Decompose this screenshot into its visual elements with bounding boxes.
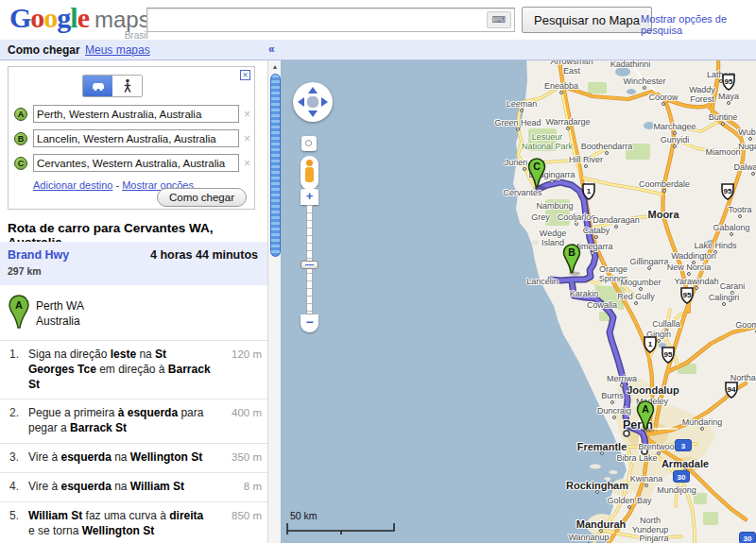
collapse-sidebar-icon[interactable]: «	[268, 42, 275, 56]
town-dot	[614, 225, 618, 229]
reset-view-button[interactable]	[301, 136, 317, 151]
search-options-link[interactable]: Mostrar opções de pesquisa	[641, 13, 756, 36]
map-canvas[interactable]: Arrowsmith EastKadathinniWinchesterEneab…	[281, 60, 756, 543]
close-icon[interactable]: ×	[240, 70, 250, 80]
map-label: Kadathinni	[610, 60, 651, 69]
logo-maps: maps	[94, 7, 150, 32]
origin-line1: Perth WA	[36, 298, 84, 314]
waypoint-badge-a: A	[14, 108, 27, 121]
tab-directions[interactable]: Como chegar	[8, 43, 80, 57]
pan-right-icon[interactable]	[321, 97, 328, 107]
search-map-button[interactable]: Pesquisar no Mapa	[522, 7, 652, 33]
map-marker-a[interactable]: A	[635, 400, 656, 436]
svg-text:3: 3	[681, 442, 686, 450]
remove-waypoint-icon[interactable]: ×	[244, 108, 250, 121]
map-label: Rockingham	[566, 480, 628, 492]
map-label: Cowalla	[587, 300, 617, 310]
town-dot	[751, 172, 755, 176]
map-marker-b[interactable]: B	[561, 244, 582, 280]
keyboard-icon[interactable]: ⌨	[487, 11, 511, 28]
map-label: Gabalong	[713, 223, 749, 232]
waypoint-row-a: A×	[14, 105, 250, 129]
street-view-pegman[interactable]	[301, 156, 318, 190]
route-via-link[interactable]: Brand Hwy	[8, 248, 69, 262]
map-label: Mundijong	[657, 485, 696, 495]
map-label: Nambung	[536, 201, 573, 211]
scale-bracket	[286, 522, 404, 535]
map-label: Kwinana	[630, 474, 663, 484]
step-distance: 850 m	[216, 509, 262, 539]
town-dot	[605, 151, 609, 155]
google-maps-logo: Googlemaps Brasil	[9, 2, 150, 34]
town-dot	[610, 400, 614, 404]
svg-text:30: 30	[678, 473, 686, 482]
direction-step-3[interactable]: 3.Vire à esquerda na Wellington St350 m	[0, 443, 267, 472]
step-distance: 350 m	[216, 450, 262, 466]
town-dot	[687, 272, 691, 276]
sidebar-scrollbar[interactable]: ▲	[267, 60, 281, 543]
town-dot	[594, 235, 598, 239]
remove-waypoint-icon[interactable]: ×	[244, 132, 250, 145]
map-label: Hill River	[569, 155, 603, 164]
scroll-up-icon[interactable]: ▲	[270, 62, 280, 72]
map-label: Waddy Forest	[689, 85, 715, 105]
directions-form: × A×B×C× Adicionar destino - Mostrar opç…	[8, 66, 255, 210]
map-label: Joondalup	[627, 384, 679, 397]
zoom-slider-track[interactable]	[306, 205, 313, 314]
car-mode-button[interactable]	[83, 76, 112, 96]
map-label: Merriwa	[607, 374, 637, 383]
step-distance: 400 m	[216, 406, 262, 436]
tab-my-maps[interactable]: Meus mapas	[85, 43, 150, 57]
town-dot	[727, 101, 730, 105]
map-label: Lesueur National Park	[522, 132, 573, 152]
route-summary[interactable]: Brand Hwy 4 horas 44 minutos 297 km	[0, 242, 267, 285]
zoom-out-button[interactable]: −	[301, 314, 318, 332]
map-label: Leeman	[507, 99, 538, 109]
origin-pin-a: A	[8, 295, 30, 331]
waypoint-input-b[interactable]	[33, 129, 239, 147]
waypoint-input-a[interactable]	[33, 105, 239, 123]
add-destination-link[interactable]: Adicionar destino	[33, 179, 112, 191]
town-dot	[575, 222, 578, 226]
direction-step-2[interactable]: 2.Pegue a primeira à esquerda para pegar…	[0, 399, 267, 443]
step-number: 4.	[9, 480, 28, 495]
car-icon	[90, 80, 107, 92]
direction-step-1[interactable]: 1.Siga na direção leste na St Georges Tc…	[0, 340, 267, 399]
step-instruction: Pegue a primeira à esquerda para pegar a…	[28, 406, 216, 436]
waypoint-rows: A×B×C×	[14, 105, 250, 178]
pan-hand-icon[interactable]	[307, 96, 318, 108]
town-dot	[662, 189, 666, 193]
route-shield-95: 95	[679, 287, 696, 309]
map-label: North Yunderup	[632, 516, 669, 535]
town-dot	[584, 164, 588, 168]
map-label: Karakin	[570, 289, 599, 298]
get-directions-button[interactable]: Como chegar	[157, 188, 247, 207]
waypoint-row-c: C×	[14, 154, 250, 178]
svg-text:B: B	[568, 246, 576, 258]
remove-waypoint-icon[interactable]: ×	[244, 157, 250, 170]
map-label: Mandurah	[576, 518, 627, 531]
search-input[interactable]	[149, 10, 482, 29]
town-dot	[639, 287, 643, 291]
map-label: Pinjarra	[639, 534, 668, 543]
town-dot	[620, 383, 624, 387]
map-label: Golden Bay	[607, 496, 651, 505]
pan-left-icon[interactable]	[298, 97, 304, 107]
map-marker-c[interactable]: C	[526, 158, 547, 194]
direction-step-4[interactable]: 4.Vire à esquerda na William St8 m	[0, 472, 267, 501]
zoom-in-button[interactable]: +	[301, 189, 318, 205]
map-label: Cullalla	[652, 319, 680, 329]
step-number: 3.	[9, 450, 28, 466]
step-number: 5.	[9, 509, 28, 539]
svg-text:94: 94	[728, 385, 736, 394]
route-shield-95: 95	[661, 347, 677, 368]
walk-mode-button[interactable]	[112, 76, 142, 96]
pan-down-icon[interactable]	[308, 110, 318, 117]
scrollbar-thumb[interactable]	[270, 74, 281, 257]
direction-step-5[interactable]: 5.William St faz uma curva à direita e s…	[0, 501, 267, 543]
zoom-slider-handle[interactable]	[301, 261, 318, 269]
pan-up-icon[interactable]	[308, 87, 318, 93]
step-instruction: William St faz uma curva à direita e se …	[28, 509, 216, 539]
waypoint-input-c[interactable]	[33, 154, 239, 172]
pan-control[interactable]	[293, 82, 333, 122]
